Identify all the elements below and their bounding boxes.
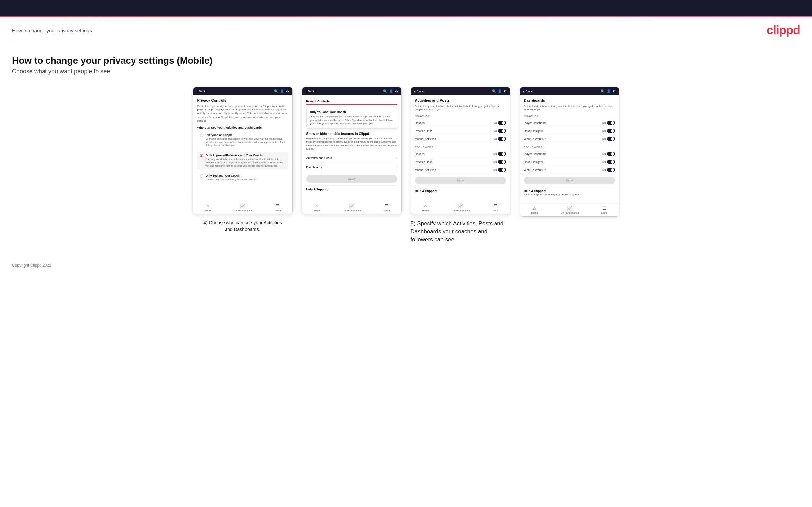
back-icon-2[interactable]: ‹ — [306, 90, 307, 93]
search-icon-4[interactable]: 🔍 — [601, 89, 605, 93]
radio-label-everyone: Everyone on Clippd — [206, 133, 286, 137]
coaches-label-3: COACHES — [415, 115, 506, 118]
back-icon-1[interactable]: ‹ — [197, 90, 198, 93]
screen-3-back-label[interactable]: Back — [417, 90, 423, 93]
toggle-switch-what-followers[interactable] — [607, 168, 615, 172]
toggle-manual-followers[interactable]: Manual Activities ON — [415, 166, 506, 174]
user-icon-4[interactable]: 👤 — [607, 89, 611, 93]
back-icon-4[interactable]: ‹ — [523, 90, 524, 93]
toggle-round-insights-followers[interactable]: Round Insights ON — [524, 158, 615, 166]
page-header: How to change your privacy settings clip… — [0, 17, 812, 37]
toggle-switch-player-coaches[interactable] — [607, 121, 615, 125]
settings-icon-1[interactable]: ⚙ — [286, 89, 289, 93]
nav-performance-label-1: My Performance — [234, 209, 252, 212]
nav-performance-label-4: My Performance — [561, 211, 579, 214]
toggle-switch-drills-coaches[interactable] — [498, 129, 506, 133]
toggle-what-to-work-followers[interactable]: What To Work On ON — [524, 166, 615, 174]
screen-4-back-label[interactable]: Back — [526, 90, 532, 93]
settings-icon-4[interactable]: ⚙ — [613, 89, 616, 93]
nav-performance-4[interactable]: 📈 My Performance — [561, 206, 579, 214]
nav-menu-3[interactable]: ☰ Menu — [493, 204, 499, 212]
followers-label-4: FOLLOWERS — [524, 146, 615, 149]
mobile-screen-3: ‹ Back 🔍 👤 ⚙ Activities and Posts Select… — [411, 87, 510, 214]
screen-3-topbar: ‹ Back 🔍 👤 ⚙ — [411, 87, 510, 95]
help-section-3: Help & Support — [415, 187, 506, 193]
screen-2-back-label[interactable]: Back — [308, 90, 314, 93]
toggle-switch-rounds-followers[interactable] — [498, 152, 506, 156]
chevron-dashboards: › — [396, 166, 397, 169]
toggle-round-insights-coaches[interactable]: Round Insights ON — [524, 127, 615, 135]
toggle-rounds-followers[interactable]: Rounds ON — [415, 150, 506, 158]
nav-home-3[interactable]: ⌂ Home — [422, 204, 429, 212]
toggle-switch-player-followers[interactable] — [607, 152, 615, 156]
toggle-drills-followers[interactable]: Practice Drills ON — [415, 158, 506, 166]
screen-4-topbar: ‹ Back 🔍 👤 ⚙ — [520, 87, 619, 95]
radio-everyone[interactable]: Everyone on Clippd Everyone on Clippd ca… — [197, 131, 288, 149]
show-hide-section: Show or hide specific features in Clippd… — [306, 132, 397, 151]
settings-icon-2[interactable]: ⚙ — [395, 89, 398, 93]
home-icon-2: ⌂ — [315, 204, 318, 208]
toggle-on-label-5: ON — [493, 160, 497, 163]
toggle-what-to-work-coaches[interactable]: What To Work On ON — [524, 135, 615, 143]
nav-performance-1[interactable]: 📈 My Performance — [234, 204, 252, 212]
help-desc-4: Visit our Clippd community to troublesho… — [524, 193, 615, 196]
nav-menu-1[interactable]: ☰ Menu — [275, 204, 281, 212]
show-hide-title: Show or hide specific features in Clippd — [306, 132, 397, 136]
user-icon-1[interactable]: 👤 — [280, 89, 284, 93]
toggle-drills-coaches[interactable]: Practice Drills ON — [415, 127, 506, 135]
menu-item-activities[interactable]: Activities and Posts › — [306, 154, 397, 163]
screen-1-body: Privacy Controls Control how you and you… — [193, 95, 292, 201]
save-button-3[interactable]: Save — [415, 176, 506, 184]
nav-menu-4[interactable]: ☰ Menu — [601, 206, 608, 214]
toggle-switch-round-insights-coaches[interactable] — [607, 129, 615, 133]
screenshot-group-4: ‹ Back 🔍 👤 ⚙ Dashboards Select the dashb… — [520, 87, 619, 217]
toggle-switch-drills-followers[interactable] — [498, 160, 506, 164]
toggle-switch-what-coaches[interactable] — [607, 137, 615, 141]
radio-desc-only-you: Only you and the coaches you connect wit… — [206, 178, 256, 181]
settings-icon-3[interactable]: ⚙ — [504, 89, 507, 93]
radio-label-approved: Only Approved Followers and Your Coach — [206, 154, 286, 157]
toggle-player-dash-coaches-label: Player Dashboard — [524, 121, 547, 125]
chevron-activities: › — [396, 156, 397, 160]
toggle-switch-manual-coaches[interactable] — [498, 137, 506, 141]
nav-home-2[interactable]: ⌂ Home — [313, 204, 320, 212]
screen-1-back-label[interactable]: Back — [199, 90, 206, 93]
radio-only-you[interactable]: Only You and Your Coach Only you and the… — [197, 172, 288, 183]
search-icon-2[interactable]: 🔍 — [383, 89, 387, 93]
screen-1-bottom-nav: ⌂ Home 📈 My Performance ☰ Menu — [193, 201, 292, 214]
toggle-on-label-2: ON — [493, 129, 497, 132]
screen-1-topbar: ‹ Back 🔍 👤 ⚙ — [193, 87, 292, 95]
help-title-4: Help & Support — [524, 189, 615, 193]
toggle-switch-rounds-coaches[interactable] — [498, 121, 506, 125]
back-icon-3[interactable]: ‹ — [414, 90, 415, 93]
toggle-on-label-4: ON — [493, 152, 497, 155]
nav-performance-2[interactable]: 📈 My Performance — [343, 204, 361, 212]
toggle-drills-followers-label: Practice Drills — [415, 160, 433, 164]
nav-home-4[interactable]: ⌂ Home — [531, 206, 538, 214]
screen-3-bottom-nav: ⌂ Home 📈 My Performance ☰ Menu — [411, 201, 510, 214]
nav-menu-label-3: Menu — [493, 209, 499, 212]
search-icon-1[interactable]: 🔍 — [274, 89, 278, 93]
toggle-round-insights-coaches-label: Round Insights — [524, 129, 543, 133]
nav-performance-3[interactable]: 📈 My Performance — [452, 204, 470, 212]
save-button-2[interactable]: Save — [306, 175, 397, 183]
screen-1-title: Privacy Controls — [197, 98, 288, 102]
save-button-4[interactable]: Save — [524, 176, 615, 184]
toggle-player-dash-coaches[interactable]: Player Dashboard ON — [524, 119, 615, 127]
menu-item-dashboards[interactable]: Dashboards › — [306, 163, 397, 172]
radio-approved[interactable]: Only Approved Followers and Your Coach O… — [197, 152, 288, 169]
toggle-rounds-coaches[interactable]: Rounds ON — [415, 119, 506, 127]
nav-menu-2[interactable]: ☰ Menu — [384, 204, 390, 212]
user-icon-3[interactable]: 👤 — [498, 89, 502, 93]
privacy-tab[interactable]: Privacy Controls — [306, 98, 330, 105]
toggle-manual-coaches[interactable]: Manual Activities ON — [415, 135, 506, 143]
toggle-player-dash-followers[interactable]: Player Dashboard ON — [524, 150, 615, 158]
toggle-on-label-12: ON — [602, 168, 606, 171]
toggle-on-label-3: ON — [493, 137, 497, 140]
user-icon-2[interactable]: 👤 — [389, 89, 393, 93]
toggle-switch-manual-followers[interactable] — [498, 168, 506, 172]
search-icon-3[interactable]: 🔍 — [492, 89, 496, 93]
nav-home-1[interactable]: ⌂ Home — [205, 204, 211, 212]
mobile-screen-1: ‹ Back 🔍 👤 ⚙ Privacy Controls Control ho… — [193, 87, 293, 214]
toggle-switch-round-insights-followers[interactable] — [607, 160, 615, 164]
